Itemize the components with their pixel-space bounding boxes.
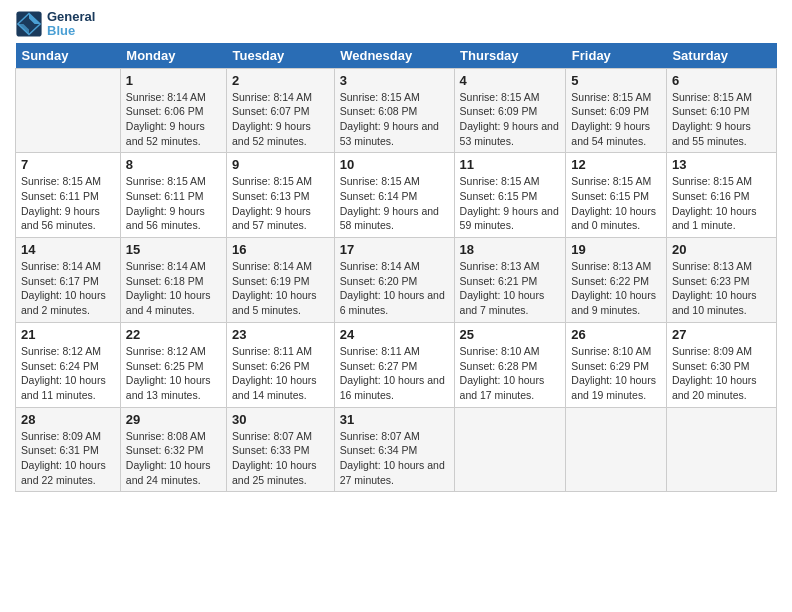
day-number: 17 xyxy=(340,242,449,257)
day-number: 26 xyxy=(571,327,661,342)
day-number: 9 xyxy=(232,157,329,172)
day-info: Sunrise: 8:15 AMSunset: 6:08 PMDaylight:… xyxy=(340,90,449,149)
logo-general: General xyxy=(47,9,95,24)
calendar-cell: 17Sunrise: 8:14 AMSunset: 6:20 PMDayligh… xyxy=(334,238,454,323)
calendar-cell: 24Sunrise: 8:11 AMSunset: 6:27 PMDayligh… xyxy=(334,322,454,407)
calendar-cell xyxy=(566,407,667,492)
column-header-sunday: Sunday xyxy=(16,43,121,69)
day-info: Sunrise: 8:10 AMSunset: 6:29 PMDaylight:… xyxy=(571,344,661,403)
calendar-cell: 30Sunrise: 8:07 AMSunset: 6:33 PMDayligh… xyxy=(226,407,334,492)
day-number: 28 xyxy=(21,412,115,427)
column-header-wednesday: Wednesday xyxy=(334,43,454,69)
day-info: Sunrise: 8:09 AMSunset: 6:31 PMDaylight:… xyxy=(21,429,115,488)
calendar-cell: 14Sunrise: 8:14 AMSunset: 6:17 PMDayligh… xyxy=(16,238,121,323)
day-number: 24 xyxy=(340,327,449,342)
calendar-cell: 18Sunrise: 8:13 AMSunset: 6:21 PMDayligh… xyxy=(454,238,566,323)
day-info: Sunrise: 8:14 AMSunset: 6:06 PMDaylight:… xyxy=(126,90,221,149)
week-row-1: 1Sunrise: 8:14 AMSunset: 6:06 PMDaylight… xyxy=(16,68,777,153)
day-info: Sunrise: 8:15 AMSunset: 6:15 PMDaylight:… xyxy=(460,174,561,233)
calendar-table: SundayMondayTuesdayWednesdayThursdayFrid… xyxy=(15,43,777,493)
calendar-cell xyxy=(666,407,776,492)
calendar-body: 1Sunrise: 8:14 AMSunset: 6:06 PMDaylight… xyxy=(16,68,777,492)
calendar-cell xyxy=(454,407,566,492)
day-info: Sunrise: 8:15 AMSunset: 6:11 PMDaylight:… xyxy=(21,174,115,233)
calendar-cell: 7Sunrise: 8:15 AMSunset: 6:11 PMDaylight… xyxy=(16,153,121,238)
calendar-cell: 19Sunrise: 8:13 AMSunset: 6:22 PMDayligh… xyxy=(566,238,667,323)
week-row-3: 14Sunrise: 8:14 AMSunset: 6:17 PMDayligh… xyxy=(16,238,777,323)
day-info: Sunrise: 8:15 AMSunset: 6:14 PMDaylight:… xyxy=(340,174,449,233)
calendar-cell: 15Sunrise: 8:14 AMSunset: 6:18 PMDayligh… xyxy=(120,238,226,323)
day-number: 22 xyxy=(126,327,221,342)
day-number: 13 xyxy=(672,157,771,172)
day-info: Sunrise: 8:12 AMSunset: 6:24 PMDaylight:… xyxy=(21,344,115,403)
header-row: SundayMondayTuesdayWednesdayThursdayFrid… xyxy=(16,43,777,69)
calendar-cell: 29Sunrise: 8:08 AMSunset: 6:32 PMDayligh… xyxy=(120,407,226,492)
calendar-cell: 25Sunrise: 8:10 AMSunset: 6:28 PMDayligh… xyxy=(454,322,566,407)
day-number: 10 xyxy=(340,157,449,172)
calendar-cell: 4Sunrise: 8:15 AMSunset: 6:09 PMDaylight… xyxy=(454,68,566,153)
day-info: Sunrise: 8:09 AMSunset: 6:30 PMDaylight:… xyxy=(672,344,771,403)
day-number: 19 xyxy=(571,242,661,257)
calendar-header: SundayMondayTuesdayWednesdayThursdayFrid… xyxy=(16,43,777,69)
day-info: Sunrise: 8:07 AMSunset: 6:34 PMDaylight:… xyxy=(340,429,449,488)
day-number: 31 xyxy=(340,412,449,427)
day-info: Sunrise: 8:15 AMSunset: 6:13 PMDaylight:… xyxy=(232,174,329,233)
calendar-cell: 8Sunrise: 8:15 AMSunset: 6:11 PMDaylight… xyxy=(120,153,226,238)
day-number: 7 xyxy=(21,157,115,172)
day-number: 25 xyxy=(460,327,561,342)
day-number: 8 xyxy=(126,157,221,172)
calendar-cell: 9Sunrise: 8:15 AMSunset: 6:13 PMDaylight… xyxy=(226,153,334,238)
day-number: 2 xyxy=(232,73,329,88)
calendar-cell: 16Sunrise: 8:14 AMSunset: 6:19 PMDayligh… xyxy=(226,238,334,323)
day-info: Sunrise: 8:11 AMSunset: 6:27 PMDaylight:… xyxy=(340,344,449,403)
day-info: Sunrise: 8:13 AMSunset: 6:21 PMDaylight:… xyxy=(460,259,561,318)
page-container: General Blue SundayMondayTuesdayWednesda… xyxy=(0,0,792,502)
day-number: 4 xyxy=(460,73,561,88)
calendar-cell: 26Sunrise: 8:10 AMSunset: 6:29 PMDayligh… xyxy=(566,322,667,407)
column-header-thursday: Thursday xyxy=(454,43,566,69)
calendar-cell: 20Sunrise: 8:13 AMSunset: 6:23 PMDayligh… xyxy=(666,238,776,323)
day-number: 18 xyxy=(460,242,561,257)
day-info: Sunrise: 8:14 AMSunset: 6:20 PMDaylight:… xyxy=(340,259,449,318)
calendar-cell: 28Sunrise: 8:09 AMSunset: 6:31 PMDayligh… xyxy=(16,407,121,492)
day-number: 5 xyxy=(571,73,661,88)
day-number: 23 xyxy=(232,327,329,342)
day-info: Sunrise: 8:13 AMSunset: 6:23 PMDaylight:… xyxy=(672,259,771,318)
calendar-cell: 21Sunrise: 8:12 AMSunset: 6:24 PMDayligh… xyxy=(16,322,121,407)
day-info: Sunrise: 8:15 AMSunset: 6:15 PMDaylight:… xyxy=(571,174,661,233)
day-number: 3 xyxy=(340,73,449,88)
logo: General Blue xyxy=(15,10,95,39)
calendar-cell: 5Sunrise: 8:15 AMSunset: 6:09 PMDaylight… xyxy=(566,68,667,153)
day-info: Sunrise: 8:14 AMSunset: 6:07 PMDaylight:… xyxy=(232,90,329,149)
column-header-saturday: Saturday xyxy=(666,43,776,69)
day-number: 29 xyxy=(126,412,221,427)
calendar-cell: 1Sunrise: 8:14 AMSunset: 6:06 PMDaylight… xyxy=(120,68,226,153)
day-number: 20 xyxy=(672,242,771,257)
day-info: Sunrise: 8:07 AMSunset: 6:33 PMDaylight:… xyxy=(232,429,329,488)
day-number: 12 xyxy=(571,157,661,172)
week-row-5: 28Sunrise: 8:09 AMSunset: 6:31 PMDayligh… xyxy=(16,407,777,492)
column-header-monday: Monday xyxy=(120,43,226,69)
logo-blue: Blue xyxy=(47,23,75,38)
calendar-cell: 22Sunrise: 8:12 AMSunset: 6:25 PMDayligh… xyxy=(120,322,226,407)
calendar-cell: 11Sunrise: 8:15 AMSunset: 6:15 PMDayligh… xyxy=(454,153,566,238)
calendar-cell: 2Sunrise: 8:14 AMSunset: 6:07 PMDaylight… xyxy=(226,68,334,153)
day-number: 11 xyxy=(460,157,561,172)
day-info: Sunrise: 8:14 AMSunset: 6:17 PMDaylight:… xyxy=(21,259,115,318)
day-info: Sunrise: 8:15 AMSunset: 6:16 PMDaylight:… xyxy=(672,174,771,233)
page-header: General Blue xyxy=(15,10,777,39)
logo-icon xyxy=(15,10,43,38)
day-info: Sunrise: 8:12 AMSunset: 6:25 PMDaylight:… xyxy=(126,344,221,403)
day-number: 15 xyxy=(126,242,221,257)
logo-text-block: General Blue xyxy=(47,10,95,39)
calendar-cell: 31Sunrise: 8:07 AMSunset: 6:34 PMDayligh… xyxy=(334,407,454,492)
day-info: Sunrise: 8:08 AMSunset: 6:32 PMDaylight:… xyxy=(126,429,221,488)
day-info: Sunrise: 8:13 AMSunset: 6:22 PMDaylight:… xyxy=(571,259,661,318)
day-info: Sunrise: 8:14 AMSunset: 6:18 PMDaylight:… xyxy=(126,259,221,318)
calendar-cell: 12Sunrise: 8:15 AMSunset: 6:15 PMDayligh… xyxy=(566,153,667,238)
day-number: 16 xyxy=(232,242,329,257)
day-number: 1 xyxy=(126,73,221,88)
calendar-cell: 10Sunrise: 8:15 AMSunset: 6:14 PMDayligh… xyxy=(334,153,454,238)
day-info: Sunrise: 8:11 AMSunset: 6:26 PMDaylight:… xyxy=(232,344,329,403)
calendar-cell: 27Sunrise: 8:09 AMSunset: 6:30 PMDayligh… xyxy=(666,322,776,407)
